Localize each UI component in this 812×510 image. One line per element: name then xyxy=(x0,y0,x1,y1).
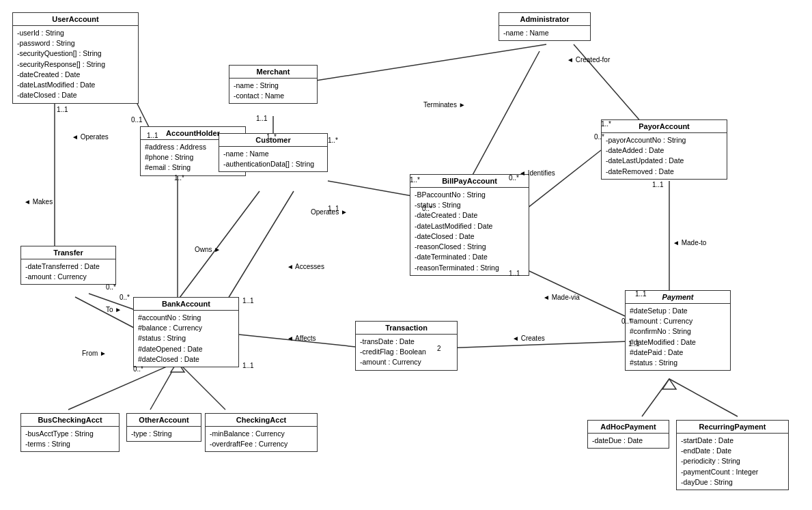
administrator-class: Administrator -name : Name xyxy=(499,12,591,41)
recurringpayment-attrs: -startDate : Date -endDate : Date -perio… xyxy=(677,434,788,490)
operates-label: ◄ Operates xyxy=(72,133,109,141)
merchant-title: Merchant xyxy=(229,66,317,79)
administrator-attrs: -name : Name xyxy=(499,26,590,40)
recurringpayment-title: RecurringPayment xyxy=(677,421,788,434)
mult-16: 1..1 xyxy=(509,270,520,277)
created-for-label: ◄ Created-for xyxy=(567,56,610,63)
transfer-title: Transfer xyxy=(21,246,115,259)
svg-line-20 xyxy=(642,379,669,416)
mult-4: 1..* xyxy=(174,174,184,182)
mult-7: 1..* xyxy=(328,137,338,144)
adhocpayment-title: AdHocPayment xyxy=(588,421,669,434)
administrator-title: Administrator xyxy=(499,13,590,26)
mult-14: 1..1 xyxy=(652,181,664,188)
accesses-label: ◄ Accesses xyxy=(287,263,324,270)
mult-19: 1..1 xyxy=(628,340,640,348)
mult-2: 1..1 xyxy=(147,132,158,139)
made-via-label: ◄ Made-via xyxy=(543,294,580,301)
checkingacct-class: CheckingAcct -minBalance : Currency -ove… xyxy=(205,413,318,452)
otheraccount-title: OtherAccount xyxy=(127,414,201,427)
buscheckingacct-title: BusCheckingAcct xyxy=(21,414,119,427)
merchant-attrs: -name : String -contact : Name xyxy=(229,79,317,103)
svg-line-9 xyxy=(68,362,178,410)
mult-3: 1..1 xyxy=(57,106,68,113)
transaction-title: Transaction xyxy=(356,322,457,335)
identifies-label: ◄ Identifies xyxy=(519,169,555,177)
svg-line-6 xyxy=(328,181,423,198)
mult-12: 0..* xyxy=(594,133,604,141)
buscheckingacct-attrs: -busAcctType : String -terms : String xyxy=(21,427,119,451)
billpayaccount-attrs: -BPaccountNo : String -status : String -… xyxy=(410,188,529,275)
creates-label: ◄ Creates xyxy=(512,335,545,342)
adhocpayment-class: AdHocPayment -dateDue : Date xyxy=(587,420,669,449)
useraccount-attrs: -userId : String -password : String -sec… xyxy=(13,26,138,103)
mult-21: 1..1 xyxy=(242,362,254,369)
mult-24: 0..* xyxy=(120,294,130,301)
transaction-attrs: -transDate : Date -creditFlag : Boolean … xyxy=(356,335,457,370)
bankaccount-attrs: #accountNo : String #balance : Currency … xyxy=(134,311,238,367)
customer-attrs: -name : Name -authenticationData[] : Str… xyxy=(219,147,327,171)
transfer-class: Transfer -dateTransferred : Date -amount… xyxy=(20,246,116,285)
mult-1: 0..1 xyxy=(131,116,143,124)
merchant-class: Merchant -name : String -contact : Name xyxy=(229,65,318,104)
bankaccount-class: BankAccount #accountNo : String #balance… xyxy=(133,297,239,367)
svg-line-11 xyxy=(178,362,225,410)
payoraccount-class: PayorAccount -payorAccountNo : String -d… xyxy=(601,119,727,180)
svg-line-14 xyxy=(307,44,546,82)
mult-10: 0..* xyxy=(422,205,432,212)
affects-label: ◄ Affects xyxy=(287,335,316,342)
svg-line-7 xyxy=(219,191,294,314)
mult-23: 0..* xyxy=(106,283,116,291)
bankaccount-title: BankAccount xyxy=(134,298,238,311)
payoraccount-title: PayorAccount xyxy=(602,120,727,133)
transaction-class: Transaction -transDate : Date -creditFla… xyxy=(355,321,458,371)
to-label: To ► xyxy=(106,306,122,313)
mult-20: 1..1 xyxy=(242,297,254,304)
payment-attrs: #dateSetup : Date #amount : Currency #co… xyxy=(626,304,730,370)
payoraccount-attrs: -payorAccountNo : String -dateAdded : Da… xyxy=(602,133,727,179)
mult-13: 1..* xyxy=(601,120,611,128)
mult-6: 1..* xyxy=(266,133,277,141)
billpayaccount-class: BillPayAccount -BPaccountNo : String -st… xyxy=(410,174,529,276)
svg-line-21 xyxy=(669,379,738,416)
adhocpayment-attrs: -dateDue : Date xyxy=(588,434,669,448)
mult-5: 1..1 xyxy=(256,115,268,122)
mult-11: 0..* xyxy=(509,174,519,182)
terminates-label: Terminates ► xyxy=(423,101,466,109)
recurringpayment-class: RecurringPayment -startDate : Date -endD… xyxy=(676,420,789,490)
from-label: From ► xyxy=(82,350,107,357)
useraccount-title: UserAccount xyxy=(13,13,138,26)
svg-line-19 xyxy=(444,341,628,348)
transfer-attrs: -dateTransferred : Date -amount : Curren… xyxy=(21,259,115,284)
svg-line-16 xyxy=(471,51,540,178)
mult-18: 2 xyxy=(437,345,441,352)
useraccount-class: UserAccount -userId : String -password :… xyxy=(12,12,139,104)
makes-label: ◄ Makes xyxy=(24,198,53,206)
payment-class: Payment #dateSetup : Date #amount : Curr… xyxy=(625,290,731,371)
mult-22: 0..* xyxy=(133,365,143,373)
buscheckingacct-class: BusCheckingAcct -busAcctType : String -t… xyxy=(20,413,120,452)
checkingacct-title: CheckingAcct xyxy=(206,414,317,427)
mult-15: 1..1 xyxy=(635,290,647,298)
svg-marker-22 xyxy=(662,379,676,389)
svg-line-10 xyxy=(150,362,178,410)
made-to-label: ◄ Made-to xyxy=(673,239,706,246)
otheraccount-attrs: -type : String xyxy=(127,427,201,441)
owns-label: Owns ► xyxy=(195,246,221,253)
mult-8: 1..* xyxy=(410,176,420,184)
checkingacct-attrs: -minBalance : Currency -overdraftFee : C… xyxy=(206,427,317,451)
otheraccount-class: OtherAccount -type : String xyxy=(126,413,201,442)
mult-17: 0..* xyxy=(621,317,632,325)
mult-9: 1..1 xyxy=(328,205,339,212)
